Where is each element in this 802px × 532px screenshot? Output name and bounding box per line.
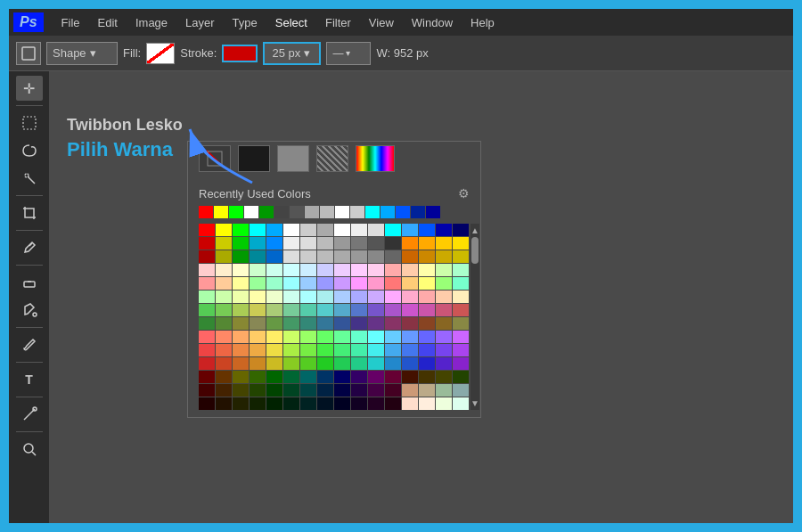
color-swatch[interactable] (419, 304, 435, 316)
text-tool[interactable]: T (16, 367, 43, 392)
color-swatch[interactable] (300, 304, 316, 316)
color-swatch[interactable] (300, 291, 316, 303)
recent-color-swatch[interactable] (214, 206, 228, 218)
color-swatch[interactable] (368, 317, 384, 330)
color-swatch[interactable] (233, 371, 249, 383)
color-swatch[interactable] (385, 291, 401, 303)
shape-dropdown[interactable]: Shape ▾ (46, 42, 118, 65)
color-swatch[interactable] (436, 357, 452, 370)
color-swatch[interactable] (419, 291, 435, 303)
px-dropdown[interactable]: 25 px ▾ (263, 42, 321, 65)
color-swatch[interactable] (419, 357, 435, 370)
color-swatch[interactable] (199, 384, 215, 397)
brush-tool[interactable] (16, 332, 43, 357)
color-swatch[interactable] (283, 397, 299, 410)
recent-color-swatch[interactable] (320, 206, 334, 218)
color-swatch[interactable] (300, 357, 316, 370)
color-swatch[interactable] (453, 357, 469, 370)
color-swatch[interactable] (300, 371, 316, 383)
recent-color-swatch[interactable] (335, 206, 349, 218)
color-swatch[interactable] (419, 384, 435, 397)
color-swatch[interactable] (436, 250, 452, 263)
color-swatch[interactable] (283, 357, 299, 370)
color-swatch[interactable] (199, 397, 215, 410)
color-swatch[interactable] (283, 331, 299, 343)
color-swatch[interactable] (216, 371, 232, 383)
recent-color-swatch[interactable] (426, 206, 440, 218)
color-swatch[interactable] (385, 237, 401, 250)
color-swatch[interactable] (266, 397, 282, 410)
color-swatch[interactable] (317, 224, 333, 236)
color-swatch[interactable] (300, 331, 316, 343)
color-swatch[interactable] (300, 344, 316, 356)
solid-color-button[interactable] (238, 145, 270, 172)
color-swatch[interactable] (317, 331, 333, 343)
color-swatch[interactable] (233, 224, 249, 236)
color-swatch[interactable] (317, 397, 333, 410)
color-swatch[interactable] (250, 317, 266, 330)
color-swatch[interactable] (419, 277, 435, 290)
color-swatch[interactable] (250, 331, 266, 343)
color-swatch[interactable] (436, 277, 452, 290)
color-swatch[interactable] (300, 397, 316, 410)
recent-color-swatch[interactable] (396, 206, 410, 218)
color-swatch[interactable] (453, 384, 469, 397)
color-swatch[interactable] (233, 344, 249, 356)
color-swatch[interactable] (334, 357, 350, 370)
stroke-swatch[interactable] (222, 45, 258, 62)
color-swatch[interactable] (250, 237, 266, 250)
no-fill-button[interactable] (199, 145, 231, 172)
color-swatch[interactable] (351, 357, 367, 370)
color-swatch[interactable] (436, 264, 452, 276)
menu-window[interactable]: Window (403, 13, 462, 32)
color-swatch[interactable] (334, 317, 350, 330)
color-swatch[interactable] (334, 291, 350, 303)
color-swatch[interactable] (233, 264, 249, 276)
color-swatch[interactable] (266, 331, 282, 343)
scrollbar-thumb[interactable] (471, 237, 479, 264)
color-swatch[interactable] (351, 384, 367, 397)
color-swatch[interactable] (436, 291, 452, 303)
color-swatch[interactable] (385, 304, 401, 316)
color-swatch[interactable] (419, 397, 435, 410)
menu-help[interactable]: Help (462, 13, 503, 32)
color-swatch[interactable] (368, 384, 384, 397)
color-swatch[interactable] (216, 384, 232, 397)
color-swatch[interactable] (334, 331, 350, 343)
color-swatch[interactable] (402, 331, 418, 343)
color-swatch[interactable] (233, 250, 249, 263)
color-swatch[interactable] (368, 331, 384, 343)
color-swatch[interactable] (216, 397, 232, 410)
color-swatch[interactable] (216, 277, 232, 290)
color-swatch[interactable] (233, 317, 249, 330)
color-swatch[interactable] (199, 317, 215, 330)
menu-view[interactable]: View (360, 13, 403, 32)
color-swatch[interactable] (199, 237, 215, 250)
color-swatch[interactable] (453, 291, 469, 303)
color-swatch[interactable] (250, 264, 266, 276)
color-swatch[interactable] (199, 331, 215, 343)
recent-color-swatch[interactable] (290, 206, 304, 218)
color-swatch[interactable] (385, 371, 401, 383)
color-swatch[interactable] (300, 224, 316, 236)
color-swatch[interactable] (317, 291, 333, 303)
color-swatch[interactable] (250, 277, 266, 290)
color-swatch[interactable] (233, 291, 249, 303)
color-swatch[interactable] (250, 291, 266, 303)
color-swatch[interactable] (368, 264, 384, 276)
color-swatch[interactable] (216, 304, 232, 316)
color-swatch[interactable] (266, 384, 282, 397)
color-swatch[interactable] (233, 237, 249, 250)
color-swatch[interactable] (283, 344, 299, 356)
color-swatch[interactable] (385, 264, 401, 276)
color-swatch[interactable] (368, 397, 384, 410)
color-swatch[interactable] (233, 331, 249, 343)
color-swatch[interactable] (317, 237, 333, 250)
hatch-pattern-button[interactable] (316, 145, 348, 172)
shape-tool-button[interactable] (16, 42, 41, 65)
color-swatch[interactable] (453, 237, 469, 250)
color-swatch[interactable] (385, 224, 401, 236)
crop-tool[interactable] (16, 201, 43, 225)
color-swatch[interactable] (334, 371, 350, 383)
color-swatch[interactable] (385, 317, 401, 330)
